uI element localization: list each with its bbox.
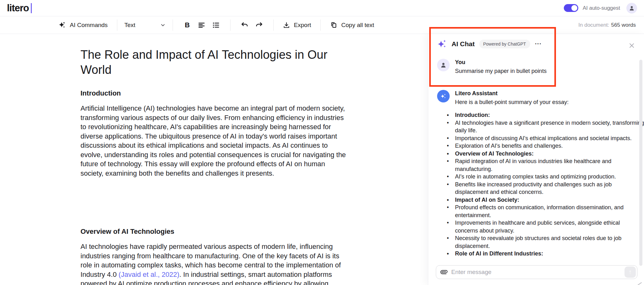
topnav-right: AI auto-suggest xyxy=(564,3,644,14)
section-heading-overview: Overview of AI Technologies xyxy=(80,227,350,236)
resize-grip[interactable] xyxy=(637,282,642,285)
toolbar-divider xyxy=(230,19,230,31)
assistant-message: Litero Assistant Here is a bullet-point … xyxy=(437,90,644,258)
summary-bullet: Rapid integration of AI in various indus… xyxy=(455,157,644,173)
summary-bullet: Role of AI in Different Industries: xyxy=(455,250,644,258)
summary-bullet: Benefits like increased productivity and… xyxy=(455,181,644,196)
ai-commands-button[interactable]: AI Commands xyxy=(56,19,110,31)
ai-auto-suggest-toggle[interactable] xyxy=(564,4,578,12)
download-icon xyxy=(283,22,290,29)
ai-chat-panel: AI Chat Powered by ChatGPT ••• You Summa xyxy=(428,34,644,285)
powered-by-badge: Powered by ChatGPT xyxy=(479,40,530,48)
chat-scrollbar-thumb[interactable] xyxy=(639,60,642,266)
copy-all-text-button[interactable]: Copy all text xyxy=(328,19,377,30)
align-left-icon xyxy=(198,21,205,29)
summary-bullet: AI's role in automating complex tasks an… xyxy=(455,173,644,181)
summary-bullet: Improvements in healthcare and public se… xyxy=(455,219,644,234)
chat-header: AI Chat Powered by ChatGPT ••• xyxy=(437,34,644,49)
summary-bullet: AI technologies have a significant prese… xyxy=(455,119,644,134)
word-count-label: In document: xyxy=(578,22,609,28)
litero-logo: litero xyxy=(7,3,29,14)
copy-all-label: Copy all text xyxy=(341,22,374,29)
bold-icon: B xyxy=(185,21,190,29)
section-heading-introduction: Introduction xyxy=(80,89,350,98)
toolbar-divider xyxy=(320,19,321,31)
paragraph-style-value: Text xyxy=(124,22,135,29)
assistant-avatar xyxy=(437,90,450,102)
summary-bullet: Necessity to reevaluate job structures a… xyxy=(455,234,644,250)
word-count: In document: 565 words xyxy=(578,22,644,28)
sparkle-icon xyxy=(58,21,66,29)
bullet-list-icon xyxy=(212,21,220,29)
document-editor[interactable]: The Role and Impact of AI Technologies i… xyxy=(80,47,350,285)
user-avatar[interactable] xyxy=(626,3,637,14)
export-button[interactable]: Export xyxy=(280,20,314,30)
bullet-list-button[interactable] xyxy=(209,19,223,31)
export-label: Export xyxy=(294,22,311,29)
toggle-knob xyxy=(571,5,577,11)
person-icon xyxy=(440,61,447,69)
undo-button[interactable] xyxy=(237,19,252,31)
chat-title: AI Chat xyxy=(452,40,475,48)
section-body-overview: AI technologies have rapidly permeated v… xyxy=(80,242,350,285)
chat-input-bar: ↑ xyxy=(436,265,637,279)
toolbar-divider xyxy=(117,19,117,31)
summary-bullet: Importance of discussing AI's ethical im… xyxy=(455,134,644,142)
citation-link[interactable]: (Javaid et al., 2022) xyxy=(119,271,179,278)
align-button[interactable] xyxy=(194,19,209,31)
chevron-down-icon xyxy=(160,22,166,28)
copy-icon xyxy=(330,21,337,29)
chat-message-input[interactable] xyxy=(451,269,625,276)
paragraph-style-select[interactable]: Text xyxy=(124,22,166,29)
summary-bullet: Impact of AI on Society: xyxy=(455,196,644,204)
assistant-intro: Here is a bullet-point summary of your e… xyxy=(455,98,644,106)
summary-bullet: Overview of AI Technologies: xyxy=(455,150,644,158)
summary-bullet: Profound effects on communication, infor… xyxy=(455,204,644,219)
user-message: You Summarise my paper in bullet points xyxy=(437,59,644,75)
chat-menu-button[interactable]: ••• xyxy=(535,42,542,46)
logo-wrap: litero xyxy=(7,3,32,14)
word-count-value: 565 words xyxy=(611,22,636,28)
sparkle-icon xyxy=(440,92,447,100)
close-icon[interactable] xyxy=(628,41,636,50)
send-button[interactable]: ↑ xyxy=(625,266,636,278)
paperclip-icon[interactable] xyxy=(441,269,447,276)
summary-bullet: Introduction: xyxy=(455,111,644,119)
ai-commands-label: AI Commands xyxy=(70,22,108,29)
summary-bullet: Exploration of AI's benefits and challen… xyxy=(455,142,644,150)
user-message-name: You xyxy=(455,59,644,66)
redo-button[interactable] xyxy=(252,19,266,31)
assistant-message-content: Litero Assistant Here is a bullet-point … xyxy=(455,90,644,258)
bold-button[interactable]: B xyxy=(180,19,194,31)
format-group: B xyxy=(180,19,223,31)
ai-chat-sparkle-icon xyxy=(437,39,447,49)
app-window: litero AI auto-suggest xyxy=(0,0,644,285)
undo-icon xyxy=(241,21,248,29)
user-message-content: You Summarise my paper in bullet points xyxy=(455,59,644,75)
person-icon xyxy=(628,5,635,12)
toolbar-divider xyxy=(173,19,173,31)
editor-toolbar: AI Commands Text B xyxy=(0,16,644,34)
assistant-summary-list: Introduction: AI technologies have a sig… xyxy=(455,111,644,258)
ai-auto-suggest-label: AI auto-suggest xyxy=(583,5,620,11)
section-body-introduction: Artificial Intelligence (AI) technologie… xyxy=(80,104,350,178)
text-cursor xyxy=(31,3,32,13)
top-nav: litero AI auto-suggest xyxy=(0,0,644,16)
assistant-name: Litero Assistant xyxy=(455,90,644,97)
document-title: The Role and Impact of AI Technologies i… xyxy=(80,47,350,77)
send-arrow-icon: ↑ xyxy=(629,269,632,276)
history-group xyxy=(237,19,266,31)
user-message-text: Summarise my paper in bullet points xyxy=(455,67,644,75)
user-message-avatar xyxy=(437,59,450,71)
redo-icon xyxy=(255,21,263,29)
toolbar-divider xyxy=(273,19,274,31)
